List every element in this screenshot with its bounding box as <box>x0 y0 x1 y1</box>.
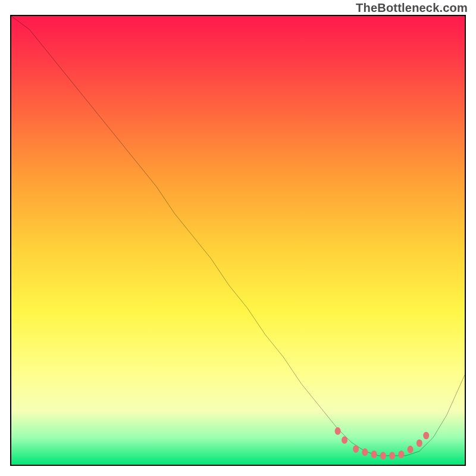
valley-marker <box>408 446 414 453</box>
curve-svg <box>11 16 465 465</box>
bottleneck-curve-line <box>11 16 465 456</box>
valley-marker <box>389 452 395 460</box>
valley-marker <box>416 439 422 447</box>
valley-marker <box>362 449 368 456</box>
chart-frame: TheBottleneck.com <box>0 0 476 476</box>
valley-marker <box>380 452 386 460</box>
valley-marker <box>342 436 347 444</box>
valley-marker <box>398 450 404 458</box>
valley-marker <box>371 450 377 458</box>
valley-marker <box>353 445 359 453</box>
valley-markers-group <box>335 427 430 459</box>
valley-marker <box>335 427 341 435</box>
plot-area <box>10 15 466 466</box>
watermark-text: TheBottleneck.com <box>356 1 468 15</box>
valley-marker <box>423 432 429 440</box>
